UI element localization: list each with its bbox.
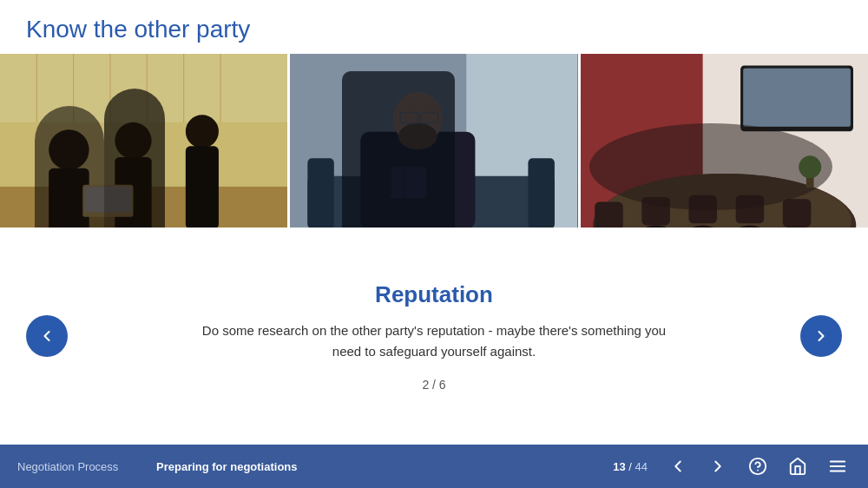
menu-button[interactable] [825,453,851,479]
svg-rect-47 [688,195,716,223]
svg-rect-8 [0,187,287,228]
next-button[interactable] [800,315,842,357]
bottom-section-name: Negotiation Process [17,460,156,473]
bottom-separator: / [628,460,635,473]
bottom-total-pages: 44 [635,460,648,473]
content-area: Reputation Do some research on the other… [0,228,868,445]
svg-rect-16 [186,146,219,228]
svg-rect-37 [743,69,850,127]
svg-point-9 [49,129,89,170]
svg-rect-20 [308,158,334,228]
svg-rect-46 [641,197,669,225]
svg-point-39 [597,174,851,228]
svg-rect-48 [735,195,763,223]
bottom-current-section: Preparing for negotiations [156,460,613,473]
svg-point-51 [799,155,821,178]
menu-icon [828,457,847,476]
svg-rect-31 [444,149,466,198]
nav-next-button[interactable] [705,453,731,479]
help-button[interactable] [745,453,771,479]
nav-prev-icon [668,457,687,476]
nav-prev-button[interactable] [665,453,691,479]
svg-rect-13 [82,185,133,217]
svg-rect-26 [421,112,438,122]
section-title: Reputation [375,281,493,308]
home-button[interactable] [785,453,811,479]
svg-rect-30 [370,149,391,198]
image-panel-2 [290,54,580,228]
svg-rect-28 [383,167,427,198]
bottom-counter: 13 / 44 [613,460,648,473]
svg-rect-33 [581,54,703,228]
svg-rect-1 [0,54,287,122]
prev-button[interactable] [26,315,68,357]
image-panel-1 [0,54,290,228]
svg-rect-45 [595,201,622,228]
svg-rect-10 [49,168,89,228]
svg-rect-50 [806,168,814,188]
home-icon [788,457,807,476]
bottom-bar: Negotiation Process Preparing for negoti… [0,445,868,488]
svg-rect-12 [115,157,151,228]
image-panel-3 [581,54,868,228]
svg-rect-25 [400,112,418,122]
svg-rect-49 [782,199,810,227]
section-description: Do some research on the other party's re… [191,320,677,362]
svg-rect-21 [529,158,555,228]
svg-rect-19 [308,176,556,228]
help-icon [748,457,767,476]
arrow-right-icon [812,327,830,345]
svg-point-11 [115,122,151,159]
nav-next-icon [708,457,727,476]
pagination: 2 / 6 [422,378,445,392]
page-header: Know the other party [0,0,868,54]
svg-point-15 [186,115,219,148]
images-row [0,54,868,228]
svg-rect-14 [84,187,131,213]
page-title: Know the other party [26,16,842,43]
arrow-left-icon [38,327,56,345]
svg-point-24 [398,123,437,149]
bottom-current-page: 13 [613,460,625,473]
svg-point-23 [393,92,443,145]
bottom-icons [665,453,851,479]
